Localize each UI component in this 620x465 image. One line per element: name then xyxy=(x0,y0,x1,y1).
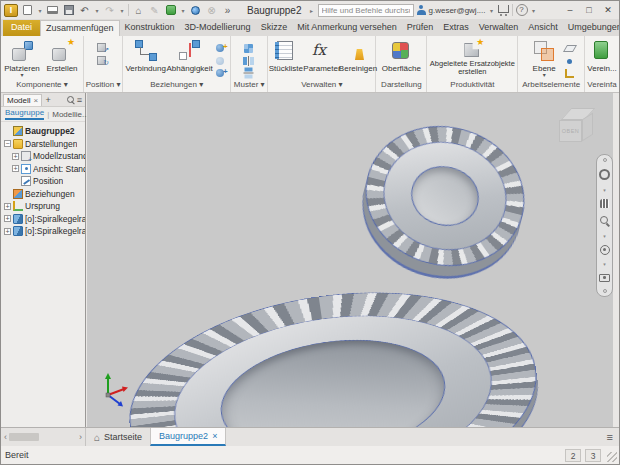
free-rotate-button[interactable]: ↻ xyxy=(97,56,109,67)
group-label-darstellung[interactable]: Darstellung xyxy=(376,80,426,92)
stueckliste-button[interactable]: Stückliste xyxy=(269,39,303,79)
verbindung-button[interactable]: Verbindung xyxy=(127,39,165,79)
pattern-button[interactable] xyxy=(243,43,255,54)
tab-3d-modellierung[interactable]: 3D-Modellierung xyxy=(180,20,256,36)
scroll-left-icon[interactable]: ‹ xyxy=(4,432,7,442)
ersatzobjekte-button[interactable]: ★ Abgeleitete Ersatzobjekte erstellen xyxy=(429,39,515,79)
browser-menu-icon[interactable]: ≡ xyxy=(77,95,82,105)
hide-constraints-button[interactable] xyxy=(215,56,227,67)
show-constraints-button[interactable]: + xyxy=(215,43,227,54)
view-cube[interactable]: OBEN xyxy=(557,107,597,151)
expand-expander[interactable]: + xyxy=(4,228,11,235)
tab-konstruktion[interactable]: Konstruktion xyxy=(120,20,180,36)
group-label-arbeitselemente[interactable]: Arbeitselemente xyxy=(518,80,584,92)
navbar-customize-icon[interactable] xyxy=(603,289,607,293)
browser-search-icon[interactable] xyxy=(67,96,75,104)
browser-tab-modell[interactable]: Modell × xyxy=(3,94,42,106)
vereinfachen-button[interactable]: Verein... xyxy=(587,39,617,79)
oberflaeche-button[interactable]: Oberfläche xyxy=(378,39,424,79)
subtab-modellierung[interactable]: Modellie... xyxy=(52,110,88,119)
doc-tab-baugruppe2[interactable]: Baugruppe2 × xyxy=(150,428,226,446)
tab-list-menu-icon[interactable]: ≡ xyxy=(601,428,619,446)
group-label-position[interactable]: Position ▾ xyxy=(84,80,122,92)
viewcube-side-face[interactable] xyxy=(582,113,593,142)
group-label-vereinfachung[interactable]: Vereinfa xyxy=(585,80,619,92)
group-label-komponente[interactable]: Komponente ▾ xyxy=(1,80,83,92)
tab-verwalten[interactable]: Verwalten xyxy=(474,20,524,36)
subtab-baugruppe[interactable]: Baugruppe xyxy=(5,108,44,120)
pinion-gear-model[interactable] xyxy=(351,109,540,282)
group-label-verwalten[interactable]: Verwalten ▾ xyxy=(268,80,375,92)
orbit-icon[interactable] xyxy=(600,245,610,255)
other-relationship-button[interactable]: + xyxy=(215,68,227,79)
title-expand-arrow[interactable]: ▸ xyxy=(309,4,315,16)
browser-horizontal-scrollbar[interactable]: ‹ › xyxy=(1,428,86,446)
user-dropdown[interactable]: ▾ xyxy=(489,4,495,16)
group-label-muster[interactable]: Muster ▾ xyxy=(231,80,267,92)
wheel-dropdown[interactable]: ▾ xyxy=(603,188,606,192)
navbar-options-icon[interactable] xyxy=(603,158,607,162)
new-file-button[interactable] xyxy=(21,4,34,16)
tree-item-darstellungen[interactable]: − Darstellungen xyxy=(1,138,85,151)
redo-button[interactable]: ↷ xyxy=(103,4,116,16)
app-store-cart-icon[interactable] xyxy=(498,5,509,13)
tab-datei[interactable]: Datei xyxy=(3,20,40,36)
maximize-button[interactable]: □ xyxy=(581,5,597,15)
abhaengigkeit-button[interactable]: Abhängigkeit xyxy=(167,39,213,79)
home-button[interactable]: ⌂ xyxy=(132,4,145,16)
help-dropdown[interactable]: ▾ xyxy=(531,4,537,16)
orbit-dropdown[interactable]: ▾ xyxy=(603,262,606,266)
material-button[interactable]: ⊗ xyxy=(205,4,218,16)
browser-tab-close-icon[interactable]: × xyxy=(34,96,39,105)
redo-dropdown[interactable]: ▾ xyxy=(119,4,125,16)
platzieren-button[interactable]: Platzieren ▾ xyxy=(3,39,41,79)
undo-button[interactable]: ↶ xyxy=(78,4,91,16)
tab-mit-anmerkung-versehen[interactable]: Mit Anmerkung versehen xyxy=(292,20,402,36)
close-button[interactable]: ✕ xyxy=(600,5,616,15)
look-at-icon[interactable] xyxy=(599,274,610,282)
scrollbar-thumb[interactable] xyxy=(9,433,39,441)
copy-button[interactable] xyxy=(243,68,255,79)
expand-expander[interactable]: + xyxy=(12,165,19,172)
signed-in-user[interactable]: g.weser@gwj.... xyxy=(429,6,486,15)
expand-expander[interactable]: + xyxy=(4,215,11,222)
3d-viewport[interactable]: OBEN ▾ ▾ ▾ xyxy=(87,93,613,427)
qat-overflow-button[interactable]: » xyxy=(221,4,234,16)
tree-item-spiralkegelrad-1[interactable]: + [o]:Spiralkegelradp xyxy=(1,213,85,226)
tree-item-ansicht[interactable]: + Ansicht: Standa xyxy=(1,163,85,176)
open-button[interactable] xyxy=(46,4,59,16)
tree-item-spiralkegelrad-2[interactable]: + [o]:Spiralkegelradp xyxy=(1,225,85,238)
select-button[interactable] xyxy=(189,4,202,16)
navigation-wheel-icon[interactable] xyxy=(599,169,610,180)
mirror-button[interactable] xyxy=(243,56,255,67)
platzieren-dropdown[interactable]: ▾ xyxy=(20,73,23,78)
tab-zusammenfuegen[interactable]: Zusammenfügen xyxy=(40,20,120,36)
ucs-button[interactable] xyxy=(563,68,575,79)
viewcube-front-face[interactable]: OBEN xyxy=(559,120,582,142)
tree-item-modellzustand[interactable]: + Modellzustand: xyxy=(1,150,85,163)
browser-add-tab-button[interactable]: + xyxy=(44,95,52,105)
zoom-icon[interactable] xyxy=(599,215,610,226)
help-button[interactable]: ? xyxy=(516,4,528,16)
bereinigen-button[interactable]: Bereinigen xyxy=(341,39,375,79)
pan-hand-icon[interactable] xyxy=(600,199,609,208)
ebene-dropdown[interactable]: ▾ xyxy=(543,73,546,78)
group-label-beziehungen[interactable]: Beziehungen ▾ xyxy=(123,80,230,92)
tree-item-beziehungen[interactable]: Beziehungen xyxy=(1,188,85,201)
doc-tab-close-icon[interactable]: × xyxy=(212,431,217,441)
minimize-button[interactable]: – xyxy=(562,5,578,15)
new-file-dropdown[interactable]: ▾ xyxy=(37,4,43,16)
group-label-produktivitaet[interactable]: Produktivität xyxy=(427,80,517,92)
erstellen-button[interactable]: ★ Erstellen xyxy=(43,39,81,79)
tree-item-baugruppe2[interactable]: Baugruppe2 xyxy=(1,125,85,138)
zoom-dropdown[interactable]: ▾ xyxy=(603,234,606,238)
resize-grip[interactable] xyxy=(607,452,617,462)
work-point-button[interactable] xyxy=(563,56,575,67)
scroll-right-icon[interactable]: › xyxy=(79,432,82,442)
inventor-logo-icon[interactable]: I xyxy=(4,4,18,17)
free-move-button[interactable]: ↗ xyxy=(97,43,109,54)
tree-item-position[interactable]: Position xyxy=(1,175,85,188)
tab-pruefen[interactable]: Prüfen xyxy=(402,20,439,36)
update-dropdown[interactable]: ▾ xyxy=(180,4,186,16)
local-update-button[interactable] xyxy=(164,4,177,16)
